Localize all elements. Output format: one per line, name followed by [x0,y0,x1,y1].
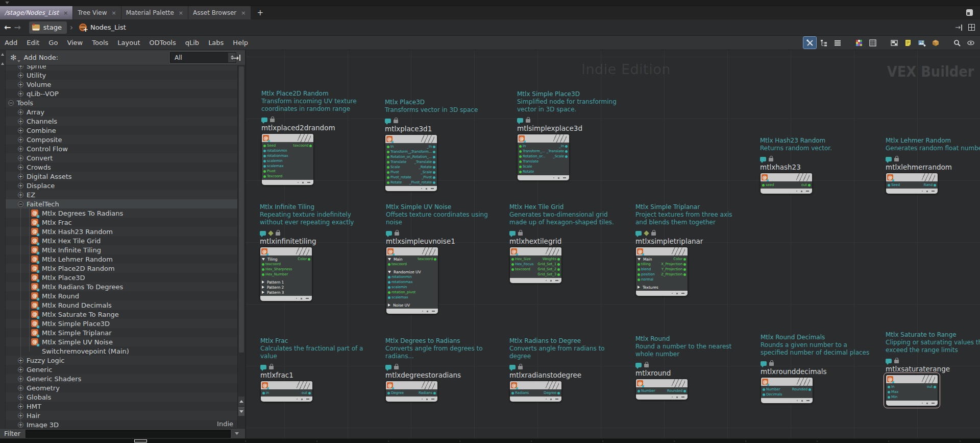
input-port-icon[interactable] [388,296,390,299]
expand-plus-icon[interactable]: + [18,192,23,198]
output-port-icon[interactable] [433,151,435,153]
input-port-icon[interactable] [388,291,390,294]
expand-plus-icon[interactable]: + [18,404,23,409]
expand-plus-icon[interactable]: + [18,82,23,87]
node-footer[interactable] [518,175,569,180]
input-port-icon[interactable] [388,276,390,278]
expand-plus-icon[interactable]: + [18,119,23,124]
input-port-icon[interactable] [262,268,264,271]
node-header[interactable]: @ [510,381,561,389]
input-port-icon[interactable] [387,156,389,158]
output-port-icon[interactable] [433,166,435,169]
node-port-group[interactable]: Randomize UV [386,269,438,274]
node-header[interactable]: @ [261,381,312,389]
tree-item-mtlx-round-decimals[interactable]: @Mtlx Round Decimals [6,300,237,310]
tree-item-control-flow[interactable]: +Control Flow [6,144,237,153]
output-port-icon[interactable] [565,145,568,148]
lock-badge-icon[interactable] [651,232,656,236]
node-footer[interactable] [761,398,813,403]
comment-badge-icon[interactable] [261,118,267,122]
node-footer[interactable] [636,394,688,400]
tree-item-sprite[interactable]: +Sprite [6,65,237,71]
node-footer[interactable] [261,397,312,402]
input-port-icon[interactable] [262,392,265,394]
node-port-group[interactable]: Pattern 3 [260,290,312,295]
expand-plus-icon[interactable]: + [18,376,23,382]
input-port-icon[interactable] [638,278,640,281]
output-port-icon[interactable] [934,184,936,186]
filter-input[interactable] [26,430,231,438]
input-port-icon[interactable] [388,263,390,266]
lock-badge-icon[interactable] [269,366,274,369]
input-port-icon[interactable] [519,150,522,153]
gutter-expand-icon[interactable] [1,53,4,56]
expand-plus-icon[interactable]: + [18,422,23,428]
graph-node[interactable]: @NumberRoundedDecimals [761,377,813,404]
group-collapsed-icon[interactable] [388,304,390,307]
input-port-icon[interactable] [511,258,514,261]
tree-item-mtlx-degrees-to-radians[interactable]: @Mtlx Degrees To Radians [6,208,237,218]
group-open-icon[interactable] [262,258,265,261]
expand-plus-icon[interactable]: + [18,413,23,418]
comment-badge-icon[interactable] [386,231,392,236]
group-collapsed-icon[interactable] [262,291,264,294]
graph-node[interactable]: @MainColortillingX_ProjectionblendY_Proj… [635,247,688,296]
scroll-down-icon[interactable] [238,407,244,416]
node-port-group[interactable]: Pattern 1 [260,279,312,285]
input-port-icon[interactable] [519,171,522,173]
output-port-icon[interactable] [557,263,560,266]
tree-item-hmt[interactable]: +HMT [6,402,237,411]
layout-window-icon[interactable] [888,37,900,49]
comment-badge-icon[interactable] [517,118,523,123]
output-port-icon[interactable] [433,181,435,184]
input-port-icon[interactable] [888,184,890,186]
tab-close-icon[interactable]: × [63,10,68,16]
input-port-icon[interactable] [763,393,765,396]
comment-badge-icon[interactable] [635,363,642,367]
tree-item-mtlx-place3d[interactable]: @Mtlx Place3D [6,273,237,282]
lock-badge-icon[interactable] [270,119,275,122]
output-port-icon[interactable] [309,145,312,147]
output-port-icon[interactable] [808,184,811,186]
output-port-icon[interactable] [683,268,686,271]
tools-icon[interactable] [803,37,816,49]
list-view-icon[interactable] [831,37,844,49]
group-collapsed-icon[interactable] [638,286,640,289]
lock-badge-icon[interactable] [394,120,398,123]
node-header[interactable]: @ [386,247,438,255]
graph-node[interactable]: @inout [260,381,313,402]
tree-item-mtlx-infinite-tiling[interactable]: @Mtlx Infinite Tiling [6,245,237,254]
output-port-icon[interactable] [433,146,435,148]
palette-icon[interactable] [852,37,865,49]
lock-badge-icon[interactable] [644,364,649,367]
input-port-icon[interactable] [387,176,389,179]
input-port-icon[interactable] [638,390,640,392]
input-port-icon[interactable] [888,391,890,393]
tree-view-icon[interactable] [817,37,830,49]
expand-plus-icon[interactable]: + [18,128,23,133]
input-port-icon[interactable] [519,160,522,163]
graph-node[interactable]: @seedout [760,173,813,194]
input-port-icon[interactable] [511,268,514,271]
search-icon[interactable] [950,37,963,49]
input-port-icon[interactable] [263,150,266,152]
scroll-up-icon[interactable] [238,397,244,406]
node-header[interactable]: @ [385,135,437,143]
output-port-icon[interactable] [683,273,686,276]
comment-badge-icon[interactable] [260,365,266,369]
input-port-icon[interactable] [511,263,514,266]
tree-item-globals[interactable]: +Globals [6,392,237,402]
group-open-icon[interactable] [388,258,391,261]
lock-badge-icon[interactable] [894,158,899,161]
output-port-icon[interactable] [308,392,311,394]
tree-item-mtlx-lehmer-random[interactable]: @Mtlx Lehmer Random [6,254,237,264]
forward-arrow-icon[interactable]: → [14,22,20,32]
input-port-icon[interactable] [387,161,389,164]
asset-badge-icon[interactable] [268,230,274,236]
node-footer[interactable] [886,189,938,194]
node-header[interactable]: @ [510,247,561,255]
output-port-icon[interactable] [433,161,435,164]
group-open-icon[interactable] [388,271,391,273]
input-port-icon[interactable] [387,146,389,148]
tree-item-faiteltech[interactable]: −FaitelTech [6,199,237,208]
